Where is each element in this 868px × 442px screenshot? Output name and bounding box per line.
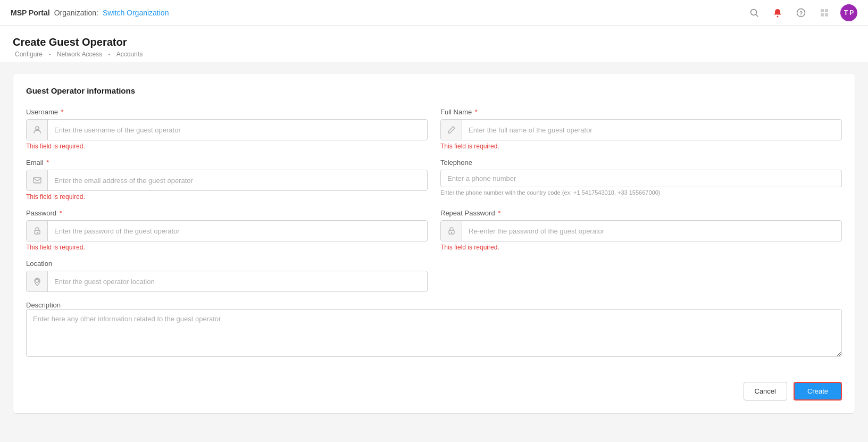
description-input[interactable] — [26, 309, 842, 357]
telephone-label: Telephone — [440, 159, 842, 166]
avatar[interactable]: T P — [840, 4, 857, 21]
repeat-password-error: This field is required. — [440, 244, 842, 251]
user-icon — [27, 120, 48, 140]
help-icon[interactable]: ? — [794, 5, 808, 20]
fullname-label: Full Name * — [440, 108, 842, 116]
bell-icon[interactable] — [770, 5, 785, 20]
email-required: * — [45, 159, 49, 166]
top-navigation: MSP Portal Organization: Switch Organiza… — [0, 0, 868, 26]
location-icon — [27, 271, 48, 291]
form-card: Guest Operator informations Username * — [13, 73, 855, 414]
switch-org-link[interactable]: Switch Organization — [103, 9, 169, 17]
location-spacer — [440, 260, 842, 292]
username-input-wrapper — [26, 119, 428, 140]
svg-rect-6 — [825, 9, 828, 12]
svg-point-9 — [36, 127, 39, 130]
telephone-input-wrapper — [440, 170, 842, 187]
svg-point-12 — [36, 232, 37, 233]
cancel-button[interactable]: Cancel — [744, 382, 787, 401]
breadcrumb-network-access: Network Access — [57, 51, 102, 58]
username-required: * — [59, 108, 64, 116]
page-header: Create Guest Operator Configure - Networ… — [0, 26, 868, 62]
password-input-wrapper — [26, 220, 428, 241]
location-group: Location — [26, 260, 428, 292]
telephone-input[interactable] — [440, 170, 842, 187]
form-row-3: Password * This field is required. — [26, 209, 842, 251]
fullname-required: * — [473, 108, 478, 116]
username-input[interactable] — [48, 122, 427, 138]
section-title: Guest Operator informations — [26, 86, 842, 95]
email-input[interactable] — [48, 172, 427, 189]
fullname-input[interactable] — [462, 122, 841, 138]
svg-rect-7 — [821, 13, 824, 16]
svg-point-0 — [751, 9, 757, 15]
nav-left: MSP Portal Organization: Switch Organiza… — [11, 9, 747, 17]
username-error: This field is required. — [26, 143, 428, 150]
org-label: Organization: — [54, 9, 98, 17]
repeat-password-input[interactable] — [462, 223, 841, 239]
username-group: Username * This field is required. — [26, 108, 428, 150]
email-icon — [27, 170, 48, 190]
fullname-group: Full Name * This field is required. — [440, 108, 842, 150]
fullname-input-wrapper — [440, 119, 842, 140]
password-label: Password * — [26, 209, 428, 217]
nav-right: ? T P — [747, 4, 857, 21]
svg-line-1 — [756, 14, 758, 16]
page-title: Create Guest Operator — [13, 36, 855, 48]
form-row-1: Username * This field is required. — [26, 108, 842, 150]
description-group: Description — [26, 301, 842, 358]
password-group: Password * This field is required. — [26, 209, 428, 251]
email-group: Email * This field is required. — [26, 159, 428, 201]
email-input-wrapper — [26, 170, 428, 191]
svg-rect-10 — [34, 178, 41, 183]
username-label: Username * — [26, 108, 428, 116]
email-error: This field is required. — [26, 193, 428, 201]
svg-point-15 — [36, 279, 39, 282]
location-label: Location — [26, 260, 428, 268]
password-error: This field is required. — [26, 244, 428, 251]
repeat-password-required: * — [496, 209, 501, 217]
repeat-password-input-wrapper — [440, 220, 842, 241]
repeat-password-group: Repeat Password * This field is required… — [440, 209, 842, 251]
form-row-2: Email * This field is required. Tel — [26, 159, 842, 201]
repeat-lock-icon — [441, 221, 462, 241]
svg-point-2 — [777, 15, 779, 17]
create-button[interactable]: Create — [794, 382, 842, 401]
location-input[interactable] — [48, 273, 427, 290]
pencil-icon — [441, 120, 462, 140]
email-label: Email * — [26, 159, 428, 166]
description-label: Description — [26, 301, 61, 309]
telephone-hint: Enter the phone number with the country … — [440, 189, 842, 196]
svg-point-14 — [450, 232, 452, 233]
location-input-wrapper — [26, 271, 428, 292]
password-required: * — [57, 209, 62, 217]
form-footer: Cancel Create — [26, 371, 842, 401]
svg-text:?: ? — [799, 10, 803, 16]
breadcrumb-accounts: Accounts — [116, 51, 143, 58]
svg-rect-5 — [821, 9, 824, 12]
content-area: Guest Operator informations Username * — [0, 62, 868, 424]
breadcrumb-sep2: - — [108, 51, 110, 58]
search-icon[interactable] — [747, 5, 762, 20]
password-input[interactable] — [48, 223, 427, 239]
breadcrumb: Configure - Network Access - Accounts — [13, 51, 855, 58]
lock-icon — [27, 221, 48, 241]
repeat-password-label: Repeat Password * — [440, 209, 842, 217]
settings-icon[interactable] — [817, 5, 832, 20]
form-row-4: Location — [26, 260, 842, 292]
breadcrumb-configure: Configure — [15, 51, 43, 58]
breadcrumb-sep1: - — [48, 51, 51, 58]
svg-rect-8 — [825, 13, 828, 16]
brand-label: MSP Portal — [11, 9, 50, 17]
telephone-group: Telephone Enter the phone number with th… — [440, 159, 842, 201]
fullname-error: This field is required. — [440, 143, 842, 150]
